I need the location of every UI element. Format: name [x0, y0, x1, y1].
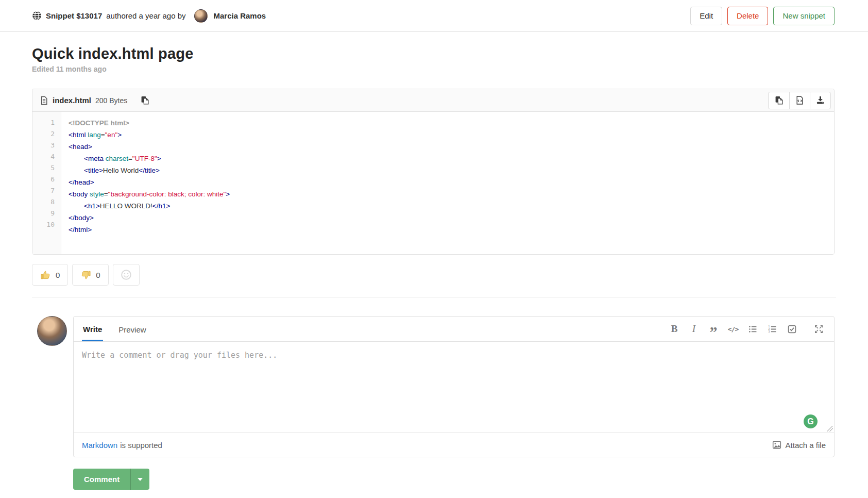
current-user-avatar — [37, 316, 67, 346]
task-list-icon[interactable] — [785, 322, 799, 336]
page-title: Quick index.html page — [32, 45, 835, 62]
line-number-link[interactable]: 8 — [32, 196, 55, 208]
fullscreen-icon[interactable] — [811, 322, 826, 336]
textarea-wrap: G — [74, 342, 834, 433]
submit-row: Comment — [73, 469, 835, 490]
copy-to-clipboard-icon[interactable] — [139, 94, 151, 107]
numbered-list-icon[interactable]: 123 — [765, 322, 779, 336]
line-number-link[interactable]: 5 — [32, 162, 55, 174]
attach-file-label: Attach a file — [786, 441, 826, 450]
comment-card: Write Preview B I ” </> 123 — [73, 316, 835, 457]
thumbsup-count: 0 — [56, 271, 60, 279]
tab-preview[interactable]: Preview — [117, 318, 147, 340]
file-size: 200 Bytes — [95, 96, 127, 105]
code-line: <h1>HELLO WORLD!</h1> — [69, 200, 834, 212]
markdown-link[interactable]: Markdown — [82, 441, 117, 450]
thumbsup-button[interactable]: 0 — [32, 264, 68, 286]
edited-timestamp: Edited 11 months ago — [32, 65, 835, 73]
earth-icon — [32, 11, 42, 21]
quote-icon[interactable]: ” — [706, 322, 721, 336]
bullet-list-icon[interactable] — [745, 322, 760, 336]
line-number-link[interactable]: 2 — [32, 128, 55, 140]
line-number-link[interactable]: 4 — [32, 151, 55, 162]
snippet-header-bar: Snippet $13017 authored a year ago by Ma… — [0, 0, 868, 32]
file-action-group — [768, 92, 831, 109]
italic-icon[interactable]: I — [687, 322, 701, 336]
file-name: index.html — [53, 96, 91, 105]
comment-dropdown-toggle[interactable] — [130, 469, 149, 490]
tab-write[interactable]: Write — [82, 317, 103, 341]
svg-text:3: 3 — [768, 330, 770, 333]
code-line: <title>Hello World</title> — [69, 164, 834, 176]
code-line: </html> — [69, 224, 834, 236]
author-name-link[interactable]: Marcia Ramos — [214, 11, 266, 20]
download-icon[interactable] — [810, 92, 830, 109]
authored-text: authored a year ago by — [106, 11, 185, 20]
smiley-icon — [121, 269, 132, 280]
thumbsdown-count: 0 — [96, 271, 100, 279]
edit-button[interactable]: Edit — [690, 7, 722, 25]
line-number-link[interactable]: 3 — [32, 140, 55, 151]
bold-icon[interactable]: B — [667, 322, 682, 336]
line-number-link[interactable]: 9 — [32, 208, 55, 219]
line-numbers: 12345678910 — [32, 112, 61, 254]
line-number-link[interactable]: 6 — [32, 174, 55, 185]
comment-footer: Markdown is supported Attach a file — [74, 433, 834, 457]
line-number-link[interactable]: 1 — [32, 117, 55, 128]
thumbsdown-icon — [80, 270, 91, 280]
notes-divider — [32, 297, 836, 297]
copy-contents-icon[interactable] — [769, 92, 789, 109]
author-avatar[interactable] — [194, 9, 208, 23]
code-line: <meta charset="UTF-8"> — [69, 153, 834, 164]
new-snippet-button[interactable]: New snippet — [773, 7, 835, 25]
snippet-actions: Edit Delete New snippet — [690, 7, 835, 25]
comment-input[interactable] — [74, 342, 834, 433]
snippet-meta: Snippet $13017 authored a year ago by Ma… — [32, 9, 266, 23]
snippet-id: Snippet $13017 — [46, 11, 102, 20]
line-number-link[interactable]: 10 — [32, 219, 55, 230]
grammarly-icon[interactable]: G — [804, 414, 818, 428]
attach-file-button[interactable]: Attach a file — [772, 440, 826, 450]
md-tabs-row: Write Preview B I ” </> 123 — [74, 317, 834, 342]
code-line: </body> — [69, 212, 834, 224]
file-card: index.html 200 Bytes 12345678910 <!DOCTY… — [32, 89, 835, 255]
open-raw-icon[interactable] — [789, 92, 810, 109]
title-block: Quick index.html page Edited 11 months a… — [32, 45, 835, 73]
add-reaction-button[interactable] — [113, 264, 140, 286]
delete-button[interactable]: Delete — [727, 7, 768, 25]
code-line: <head> — [69, 141, 834, 153]
image-icon — [772, 440, 781, 450]
code-line: </head> — [69, 176, 834, 188]
code-icon[interactable]: </> — [726, 322, 740, 336]
line-number-link[interactable]: 7 — [32, 185, 55, 196]
markdown-toolbar: B I ” </> 123 — [667, 322, 826, 336]
code-line: <html lang="en"> — [69, 129, 834, 141]
document-icon — [40, 96, 48, 105]
resize-handle-icon[interactable] — [827, 426, 833, 431]
code-line: <body style="background-color: black; co… — [69, 188, 834, 200]
code-viewer: 12345678910 <!DOCTYPE html><html lang="e… — [32, 112, 834, 254]
award-emoji-block: 0 0 — [32, 264, 835, 286]
code-line: <!DOCTYPE html> — [69, 117, 834, 129]
markdown-supported-text: is supported — [120, 441, 162, 450]
thumbsdown-button[interactable]: 0 — [72, 264, 108, 286]
chevron-down-icon — [138, 478, 143, 481]
code-lines: <!DOCTYPE html><html lang="en"><head> <m… — [61, 117, 834, 236]
comment-button[interactable]: Comment — [73, 469, 130, 490]
thumbsup-icon — [40, 270, 51, 280]
comment-form: Write Preview B I ” </> 123 — [37, 316, 835, 457]
file-header: index.html 200 Bytes — [32, 89, 834, 112]
